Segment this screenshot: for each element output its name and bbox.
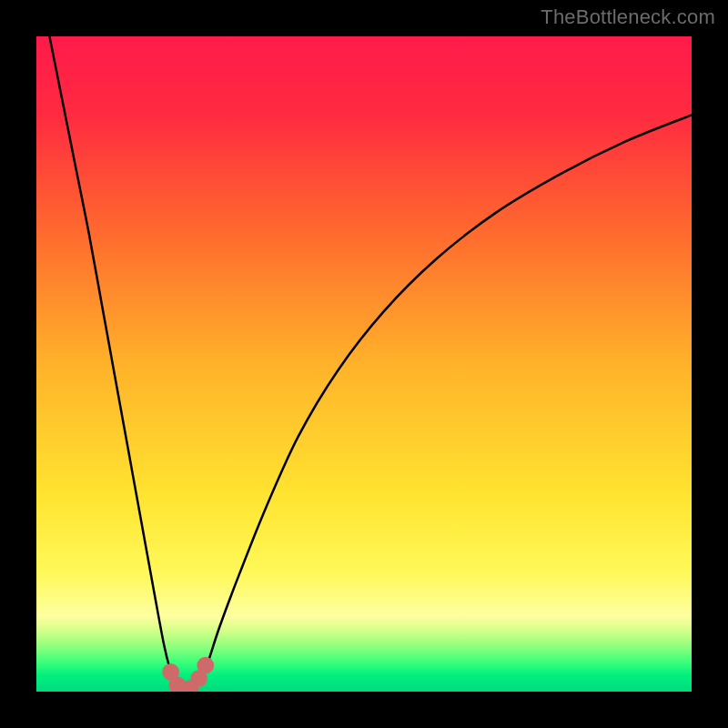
curve-layer — [36, 36, 692, 692]
chart-frame: TheBottleneck.com — [0, 0, 728, 728]
optimal-marker — [197, 657, 214, 674]
plot-area — [36, 36, 692, 692]
optimal-markers-group — [162, 657, 214, 692]
curve-right — [197, 115, 692, 687]
curve-left — [49, 36, 176, 687]
watermark-text: TheBottleneck.com — [541, 5, 715, 29]
